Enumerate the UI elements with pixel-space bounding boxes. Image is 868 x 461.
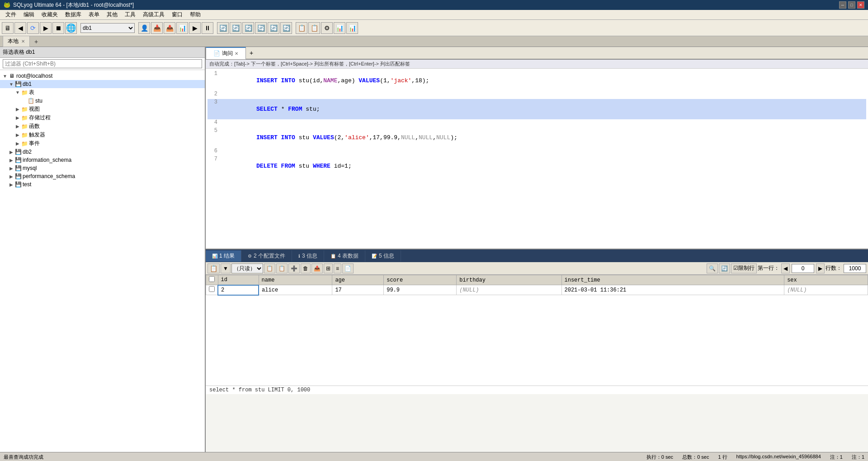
tree-node-views[interactable]: ▶ 📁 视图: [0, 105, 205, 113]
first-row-input[interactable]: [792, 264, 814, 273]
tree-node-stu[interactable]: 📋 stu: [0, 97, 205, 105]
tree-node-information-schema[interactable]: ▶ 💾 information_schema: [0, 156, 205, 164]
minimize-button[interactable]: ─: [839, 1, 846, 9]
menu-item-窗口[interactable]: 窗口: [168, 10, 186, 19]
toolbar-btn-5[interactable]: ⏹: [52, 22, 64, 34]
menu-item-文件[interactable]: 文件: [2, 10, 20, 19]
toolbar-btn-3[interactable]: ⟳: [27, 22, 39, 34]
result-tab-2[interactable]: ⚙ 2 个配置文件: [241, 250, 292, 262]
connection-tab-local[interactable]: 本地 ✕: [3, 36, 30, 47]
row-checkbox[interactable]: [209, 286, 215, 292]
query-tab-1[interactable]: 📄 询问 ✕: [206, 47, 246, 59]
tree-node-mysql[interactable]: ▶ 💾 mysql: [0, 164, 205, 172]
menu-item-其他[interactable]: 其他: [103, 10, 121, 19]
toolbar-btn-4[interactable]: ▶: [40, 22, 52, 34]
database-select[interactable]: db1: [80, 23, 135, 33]
menu-item-帮助[interactable]: 帮助: [186, 10, 204, 19]
folder-icon-procs: 📁: [21, 114, 28, 122]
toolbar-btn-21[interactable]: ⚙: [321, 22, 333, 34]
table-row[interactable]: 2 alice 17 99.9 (NULL) 2021-03-01 11:36:…: [206, 285, 868, 295]
code-editor[interactable]: 1 INSERT INTO stu(id,NAME,age) VALUES(1,…: [206, 69, 868, 249]
toolbar-btn-1[interactable]: 🖥: [2, 22, 14, 34]
toolbar-btn-20[interactable]: 📋: [308, 22, 320, 34]
results-btn-grid[interactable]: ⊞: [324, 263, 333, 273]
toolbar-btn-23[interactable]: 📊: [346, 22, 358, 34]
toolbar-btn-17[interactable]: 🔄: [268, 22, 279, 34]
filter-box: [0, 58, 205, 70]
row-count-input[interactable]: [844, 264, 866, 273]
connection-tab-label: 本地: [8, 38, 19, 45]
tree-node-root[interactable]: ▼ 🖥 root@localhost: [0, 72, 205, 80]
tree-node-db2[interactable]: ▶ 💾 db2: [0, 148, 205, 156]
toolbar-btn-6[interactable]: 🌐: [65, 22, 77, 34]
first-row-next[interactable]: ▶: [816, 263, 825, 273]
toolbar-btn-19[interactable]: 📋: [296, 22, 307, 34]
query-display-text: select * from stu LIMIT 0, 1000: [209, 387, 310, 393]
result-tab-2-icon: ⚙: [248, 254, 252, 259]
menu-item-收藏夹[interactable]: 收藏夹: [38, 10, 61, 19]
results-btn-2[interactable]: ▼: [221, 263, 231, 273]
expand-icon-root: ▼: [2, 74, 8, 79]
maximize-button[interactable]: □: [848, 1, 855, 9]
result-tab-4[interactable]: 📋 4 表数据: [324, 250, 365, 262]
first-row-prev[interactable]: ◀: [781, 263, 790, 273]
menu-item-高级工具[interactable]: 高级工具: [139, 10, 168, 19]
results-btn-list[interactable]: ≡: [334, 263, 341, 273]
menu-item-编辑[interactable]: 编辑: [20, 10, 38, 19]
menu-item-数据库[interactable]: 数据库: [61, 10, 85, 19]
database-icon-test: 💾: [14, 181, 22, 188]
toolbar-btn-14[interactable]: 🔄: [230, 22, 241, 34]
results-btn-refresh[interactable]: 🔄: [719, 263, 730, 273]
tree-node-test[interactable]: ▶ 💾 test: [0, 180, 205, 188]
cell-sex: (NULL): [784, 285, 868, 295]
tree-node-procs[interactable]: ▶ 📁 存储过程: [0, 113, 205, 122]
tree-node-db1[interactable]: ▼ 💾 db1: [0, 80, 205, 88]
menu-item-工具[interactable]: 工具: [121, 10, 139, 19]
result-tab-5[interactable]: 📝 5 信息: [365, 250, 401, 262]
results-btn-export[interactable]: 📤: [311, 263, 323, 273]
toolbar-btn-2[interactable]: ◀: [14, 22, 26, 34]
results-btn-1[interactable]: 📋: [208, 263, 220, 273]
filter-input[interactable]: [3, 59, 202, 68]
results-btn-paste[interactable]: 📋: [276, 263, 288, 273]
toolbar-btn-16[interactable]: 🔄: [255, 22, 267, 34]
result-tab-4-icon: 📋: [330, 254, 336, 259]
results-btn-filter[interactable]: 🔍: [707, 263, 718, 273]
toolbar-btn-15[interactable]: 🔄: [242, 22, 254, 34]
line-num-1: 1: [208, 71, 221, 91]
menu-bar: 文件编辑收藏夹数据库表单其他工具高级工具窗口帮助: [0, 10, 868, 20]
toolbar-btn-11[interactable]: ▶: [189, 22, 201, 34]
results-btn-copy[interactable]: 📋: [264, 263, 275, 273]
select-all-checkbox[interactable]: [209, 276, 215, 282]
add-connection-button[interactable]: +: [31, 37, 42, 47]
add-query-tab-button[interactable]: +: [246, 48, 257, 57]
toolbar-btn-7[interactable]: 👤: [138, 22, 150, 34]
tree-node-events[interactable]: ▶ 📁 事件: [0, 139, 205, 148]
toolbar-btn-13[interactable]: 🔄: [217, 22, 229, 34]
toolbar-btn-18[interactable]: 🔄: [280, 22, 292, 34]
toolbar-btn-22[interactable]: 📊: [334, 22, 345, 34]
line-num-6: 6: [208, 148, 221, 156]
connection-tab-close[interactable]: ✕: [21, 39, 25, 44]
results-btn-add[interactable]: ➕: [288, 263, 300, 273]
toolbar-btn-9[interactable]: 📤: [164, 22, 175, 34]
results-btn-form[interactable]: 📄: [342, 263, 354, 273]
results-btn-delete[interactable]: 🗑: [301, 263, 311, 273]
tree-node-tables[interactable]: ▼ 📁 表: [0, 88, 205, 97]
query-tab-close[interactable]: ✕: [235, 51, 238, 56]
results-mode-select[interactable]: （只读）: [231, 263, 263, 273]
tree-node-funcs[interactable]: ▶ 📁 函数: [0, 122, 205, 131]
results-limit-checkbox[interactable]: ☑限制行: [731, 263, 757, 273]
toolbar-btn-12[interactable]: ⏸: [202, 22, 213, 34]
menu-item-表单[interactable]: 表单: [85, 10, 103, 19]
toolbar-btn-8[interactable]: 📥: [151, 22, 163, 34]
col-checkbox: [206, 275, 218, 285]
result-tab-3[interactable]: ℹ 3 信息: [292, 250, 324, 262]
tree-node-performance-schema[interactable]: ▶ 💾 performance_schema: [0, 172, 205, 180]
tree-node-triggers[interactable]: ▶ 📁 触发器: [0, 131, 205, 139]
right-panel: 📄 询问 ✕ + 自动完成：[Tab]-> 下一个标签，[Ctrl+Space]…: [206, 47, 868, 452]
close-button[interactable]: ✕: [857, 1, 864, 9]
toolbar-btn-10[interactable]: 📊: [176, 22, 188, 34]
result-tab-1[interactable]: 📊 1 结果: [206, 250, 241, 262]
col-id: id: [218, 275, 259, 285]
